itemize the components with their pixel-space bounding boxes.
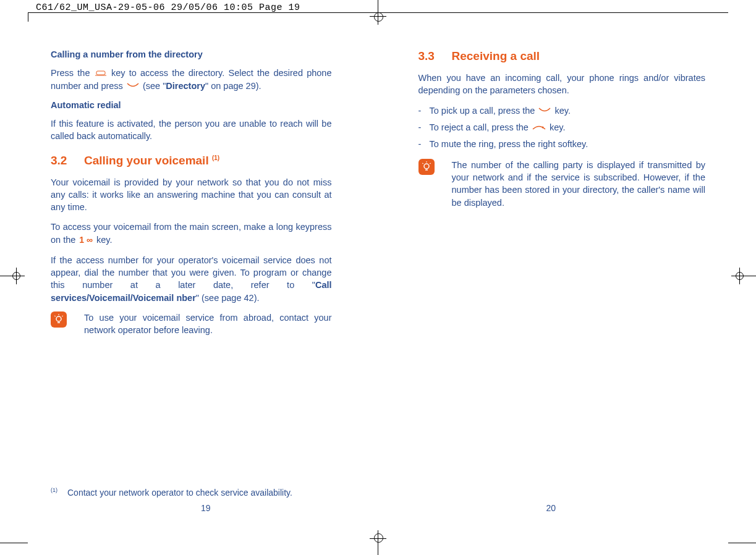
- page-number-left: 19: [201, 503, 211, 513]
- left-page: Calling a number from the directory Pres…: [0, 49, 378, 336]
- tip-note: The number of the calling party is displ…: [418, 159, 706, 209]
- registration-mark-bottom: [369, 533, 388, 555]
- registration-mark-top: [369, 0, 388, 22]
- svg-point-8: [424, 164, 429, 169]
- bullet-list: - To pick up a call, press the key. - To…: [418, 104, 706, 150]
- key-1-icon: 1 ∞: [78, 234, 94, 247]
- note-text: The number of the calling party is displ…: [452, 159, 706, 209]
- call-key-icon: [537, 105, 552, 117]
- list-item: - To reject a call, press the key.: [418, 121, 706, 134]
- svg-line-12: [430, 163, 431, 164]
- directory-key-icon: [94, 67, 108, 80]
- list-item: - To pick up a call, press the key.: [418, 104, 706, 117]
- heading-redial: Automatic redial: [51, 100, 332, 110]
- note-text: To use your voicemail service from abroa…: [84, 311, 332, 337]
- lightbulb-icon: [51, 311, 67, 328]
- crop-notch: [28, 12, 28, 22]
- section-3-3: 3.3Receiving a call: [418, 49, 706, 63]
- right-page: 3.3Receiving a call When you have an inc…: [378, 49, 757, 336]
- paragraph: Your voicemail is provided by your netwo…: [51, 176, 332, 214]
- paragraph: When you have an incoming call, your pho…: [418, 72, 706, 97]
- paragraph: If the access number for your operator's…: [51, 254, 332, 304]
- svg-point-7: [542, 126, 543, 128]
- svg-line-6: [62, 316, 63, 316]
- svg-line-11: [422, 163, 423, 164]
- svg-point-2: [56, 316, 61, 321]
- list-item: - To mute the ring, press the right soft…: [418, 138, 706, 150]
- footnote: (1)Contact your network operator to chec…: [51, 487, 360, 498]
- crop-mark-bottom-left: [0, 543, 28, 543]
- paragraph: To access your voicemail from the main s…: [51, 221, 332, 246]
- tip-note: To use your voicemail service from abroa…: [51, 311, 332, 337]
- call-key-icon: [125, 80, 140, 93]
- end-key-icon: [531, 122, 547, 134]
- crop-mark-bottom-right: [728, 543, 756, 543]
- paragraph: Press the key to access the directory. S…: [51, 67, 332, 93]
- page-number-right: 20: [546, 503, 556, 513]
- svg-rect-0: [96, 71, 105, 75]
- lightbulb-icon: [418, 159, 435, 175]
- paragraph: If this feature is activated, the person…: [51, 117, 332, 143]
- crop-header: C61/62_UM_USA-29-05-06 29/05/06 10:05 Pa…: [36, 2, 300, 13]
- svg-line-5: [54, 316, 56, 316]
- heading-directory: Calling a number from the directory: [51, 49, 332, 59]
- section-3-2: 3.2Calling your voicemail (1): [51, 154, 332, 167]
